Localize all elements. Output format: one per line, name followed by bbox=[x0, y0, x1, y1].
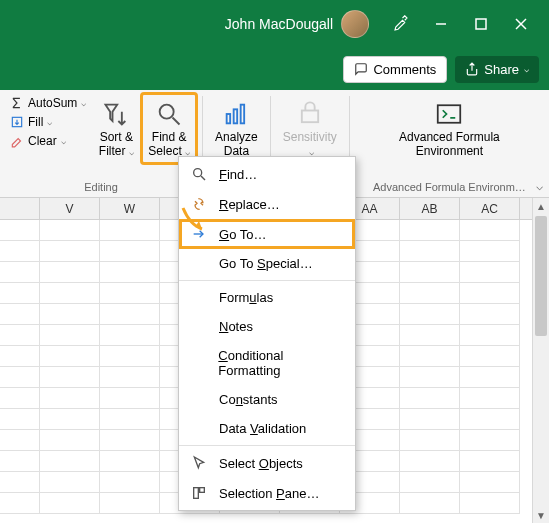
maximize-button[interactable] bbox=[461, 4, 501, 44]
fill-down-icon bbox=[10, 115, 24, 129]
title-bar: John MacDougall bbox=[0, 0, 549, 48]
avatar bbox=[341, 10, 369, 38]
menu-separator bbox=[179, 280, 355, 281]
analyze-l1: Analyze bbox=[215, 130, 258, 144]
chevron-down-icon: ⌵ bbox=[47, 117, 52, 127]
share-icon bbox=[465, 62, 479, 76]
menu-item-data-validation[interactable]: Data Validation bbox=[179, 414, 355, 443]
afe-l2: Environment bbox=[416, 144, 483, 158]
analyze-data-button[interactable]: Analyze Data bbox=[209, 94, 264, 163]
menu-item-goto-special[interactable]: Go To Special… bbox=[179, 249, 355, 278]
svg-rect-9 bbox=[241, 105, 245, 124]
collapse-ribbon-button[interactable]: ⌵ bbox=[536, 179, 543, 193]
account-display[interactable]: John MacDougall bbox=[225, 10, 369, 38]
scroll-up-button[interactable]: ▲ bbox=[533, 198, 549, 214]
advanced-formula-env-button[interactable]: Advanced Formula Environment bbox=[393, 94, 506, 163]
svg-rect-7 bbox=[227, 114, 231, 123]
username-label: John MacDougall bbox=[225, 16, 333, 32]
afe-l1: Advanced Formula bbox=[399, 130, 500, 144]
menu-item-replace[interactable]: Replace… bbox=[179, 189, 355, 219]
find-select-button[interactable]: Find & Select ⌵ bbox=[142, 94, 196, 163]
column-header[interactable]: AB bbox=[400, 198, 460, 219]
eyedropper-icon[interactable] bbox=[381, 4, 421, 44]
menu-label: Constants bbox=[219, 392, 278, 407]
menu-item-goto[interactable]: Go To… bbox=[179, 219, 355, 249]
menu-label: Go To Special… bbox=[219, 256, 313, 271]
afe-icon bbox=[434, 99, 464, 129]
menu-item-find[interactable]: Find… bbox=[179, 159, 355, 189]
clear-label: Clear bbox=[28, 134, 57, 148]
menu-label: Conditional Formatting bbox=[218, 348, 345, 378]
menu-item-select-objects[interactable]: Select Objects bbox=[179, 448, 355, 478]
arrow-right-icon bbox=[191, 226, 207, 242]
magnifier-icon bbox=[191, 166, 207, 182]
replace-icon bbox=[191, 196, 207, 212]
vertical-scrollbar[interactable]: ▲ ▼ bbox=[532, 198, 549, 523]
svg-rect-15 bbox=[194, 488, 199, 499]
menu-label: Go To… bbox=[219, 227, 266, 242]
comments-label: Comments bbox=[373, 62, 436, 77]
chevron-down-icon: ⌵ bbox=[61, 136, 66, 146]
menu-label: Find… bbox=[219, 167, 257, 182]
svg-point-5 bbox=[160, 105, 174, 119]
column-header[interactable]: AC bbox=[460, 198, 520, 219]
chevron-down-icon: ⌵ bbox=[81, 98, 86, 108]
share-label: Share bbox=[484, 62, 519, 77]
column-header[interactable] bbox=[0, 198, 40, 219]
comment-icon bbox=[354, 62, 368, 76]
menu-label: Select Objects bbox=[219, 456, 303, 471]
svg-line-13 bbox=[201, 176, 205, 180]
eraser-icon bbox=[10, 134, 24, 148]
autosum-button[interactable]: AutoSum ⌵ bbox=[6, 94, 90, 112]
column-header[interactable]: W bbox=[100, 198, 160, 219]
editing-group: AutoSum ⌵ Fill ⌵ Clear ⌵ Sort & Filter ⌵ bbox=[0, 90, 202, 197]
svg-line-6 bbox=[173, 118, 180, 125]
menu-item-selection-pane[interactable]: Selection Pane… bbox=[179, 478, 355, 508]
minimize-button[interactable] bbox=[421, 4, 461, 44]
sort-filter-icon bbox=[102, 100, 130, 128]
autosum-label: AutoSum bbox=[28, 96, 77, 110]
svg-rect-1 bbox=[476, 19, 486, 29]
action-bar: Comments Share ⌵ bbox=[0, 48, 549, 90]
svg-point-12 bbox=[194, 169, 202, 177]
sort-filter-l2: Filter bbox=[99, 144, 126, 158]
magnifier-icon bbox=[155, 100, 183, 128]
find-select-menu: Find… Replace… Go To… Go To Special… For… bbox=[178, 156, 356, 511]
menu-label: Formulas bbox=[219, 290, 273, 305]
menu-item-notes[interactable]: Notes bbox=[179, 312, 355, 341]
menu-label: Replace… bbox=[219, 197, 280, 212]
menu-label: Data Validation bbox=[219, 421, 306, 436]
fill-label: Fill bbox=[28, 115, 43, 129]
svg-rect-10 bbox=[302, 111, 318, 123]
menu-label: Selection Pane… bbox=[219, 486, 319, 501]
fill-button[interactable]: Fill ⌵ bbox=[6, 113, 90, 131]
sensitivity-button: Sensitivity ⌵ bbox=[277, 94, 343, 163]
column-header[interactable]: V bbox=[40, 198, 100, 219]
scrollbar-thumb[interactable] bbox=[535, 216, 547, 336]
svg-rect-8 bbox=[234, 109, 238, 123]
find-select-l1: Find & bbox=[152, 130, 187, 144]
share-button[interactable]: Share ⌵ bbox=[455, 56, 539, 83]
comments-button[interactable]: Comments bbox=[343, 56, 447, 83]
afe-group-label: Advanced Formula Environm… bbox=[356, 179, 543, 195]
cursor-icon bbox=[191, 455, 207, 471]
sort-filter-l1: Sort & bbox=[100, 130, 133, 144]
afe-group: Advanced Formula Environment Advanced Fo… bbox=[350, 90, 549, 197]
selection-pane-icon bbox=[191, 485, 207, 501]
scroll-down-button[interactable]: ▼ bbox=[533, 507, 549, 523]
editing-group-label: Editing bbox=[6, 179, 196, 195]
analyze-icon bbox=[222, 100, 250, 128]
chevron-down-icon: ⌵ bbox=[129, 147, 134, 157]
menu-label: Notes bbox=[219, 319, 253, 334]
sensitivity-l1: Sensitivity bbox=[283, 130, 337, 144]
menu-item-constants[interactable]: Constants bbox=[179, 385, 355, 414]
sensitivity-icon bbox=[296, 100, 324, 128]
menu-item-formulas[interactable]: Formulas bbox=[179, 283, 355, 312]
chevron-down-icon: ⌵ bbox=[524, 64, 529, 74]
menu-item-conditional-formatting[interactable]: Conditional Formatting bbox=[179, 341, 355, 385]
sort-filter-button[interactable]: Sort & Filter ⌵ bbox=[92, 94, 140, 163]
menu-separator bbox=[179, 445, 355, 446]
sigma-icon bbox=[10, 96, 24, 110]
clear-button[interactable]: Clear ⌵ bbox=[6, 132, 90, 150]
close-button[interactable] bbox=[501, 4, 541, 44]
